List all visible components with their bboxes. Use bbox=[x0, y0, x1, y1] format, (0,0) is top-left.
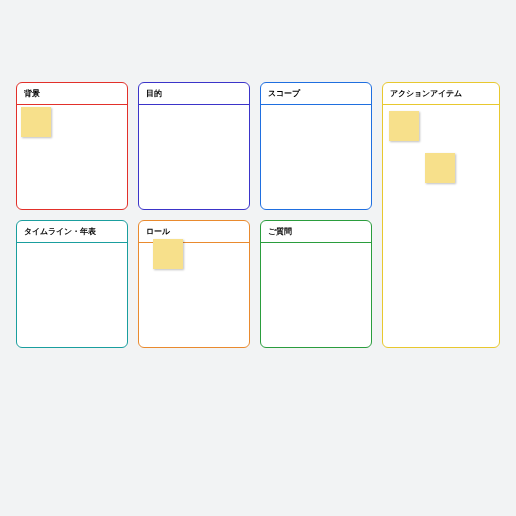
panel-action-items[interactable]: アクションアイテム bbox=[382, 82, 501, 348]
panel-body[interactable] bbox=[17, 243, 127, 347]
panel-body[interactable] bbox=[17, 105, 127, 209]
sticky-note[interactable] bbox=[425, 153, 455, 183]
sticky-note[interactable] bbox=[21, 107, 51, 137]
sticky-note[interactable] bbox=[153, 239, 183, 269]
panel-body[interactable] bbox=[261, 243, 371, 347]
panel-purpose[interactable]: 目的 bbox=[138, 82, 250, 210]
panel-body[interactable] bbox=[139, 105, 249, 209]
panel-title: アクションアイテム bbox=[383, 83, 500, 105]
panel-scope[interactable]: スコープ bbox=[260, 82, 372, 210]
panel-title: ご質問 bbox=[261, 221, 371, 243]
panel-title: 背景 bbox=[17, 83, 127, 105]
panel-questions[interactable]: ご質問 bbox=[260, 220, 372, 348]
panel-body[interactable] bbox=[261, 105, 371, 209]
panel-roles[interactable]: ロール bbox=[138, 220, 250, 348]
board-canvas[interactable]: 背景 目的 スコープ タイムライン・年表 ロール ご質問 bbox=[16, 82, 500, 348]
panel-title: 目的 bbox=[139, 83, 249, 105]
panel-title: タイムライン・年表 bbox=[17, 221, 127, 243]
main-grid: 背景 目的 スコープ タイムライン・年表 ロール ご質問 bbox=[16, 82, 372, 348]
panel-body[interactable] bbox=[139, 243, 249, 347]
panel-timeline[interactable]: タイムライン・年表 bbox=[16, 220, 128, 348]
panel-background[interactable]: 背景 bbox=[16, 82, 128, 210]
panel-title: スコープ bbox=[261, 83, 371, 105]
side-column: アクションアイテム bbox=[382, 82, 501, 348]
sticky-note[interactable] bbox=[389, 111, 419, 141]
panel-body[interactable] bbox=[383, 105, 500, 347]
